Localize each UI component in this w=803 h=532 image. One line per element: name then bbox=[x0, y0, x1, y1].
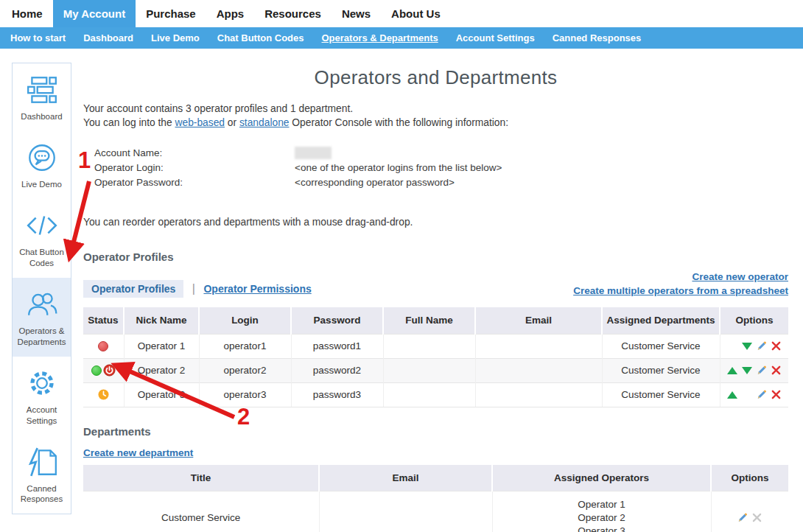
intro-line2-suffix: Operator Console with the following info… bbox=[289, 117, 508, 128]
operator-1-departments: Customer Service bbox=[602, 334, 720, 358]
canned-responses-icon bbox=[25, 445, 59, 479]
create-multiple-operators-link[interactable]: Create multiple operators from a spreads… bbox=[573, 284, 788, 298]
reorder-note: You can reorder operators and department… bbox=[83, 217, 788, 228]
sidebar-item-canned-responses[interactable]: Canned Responses bbox=[13, 435, 71, 514]
tab-operator-profiles[interactable]: Operator Profiles bbox=[83, 280, 183, 298]
top-nav: Home My Account Purchase Apps Resources … bbox=[0, 0, 803, 27]
department-assigned-operators: Operator 1 Operator 2 Operator 3 bbox=[492, 491, 711, 532]
edit-icon[interactable] bbox=[757, 390, 767, 400]
move-down-icon[interactable] bbox=[742, 365, 752, 376]
operators-table-header: Status Nick Name Login Password Full Nam… bbox=[83, 307, 788, 334]
nav-item-home[interactable]: Home bbox=[1, 0, 53, 27]
nav-item-my-account[interactable]: My Account bbox=[53, 0, 136, 27]
col-status: Status bbox=[83, 307, 124, 334]
move-up-icon[interactable] bbox=[727, 390, 737, 400]
operators-table: Status Nick Name Login Password Full Nam… bbox=[83, 307, 788, 407]
sidebar-label-dashboard: Dashboard bbox=[15, 111, 69, 122]
subnav-item-account-settings[interactable]: Account Settings bbox=[447, 27, 544, 49]
tab-separator: | bbox=[192, 282, 195, 295]
credential-row-operator-password: Operator Password: <corresponding operat… bbox=[94, 175, 788, 189]
col-dept-email: Email bbox=[319, 465, 492, 491]
edit-icon[interactable] bbox=[757, 341, 767, 351]
sidebar: Dashboard Live Demo Chat Button Codes bbox=[12, 63, 71, 514]
account-name-redacted-value bbox=[295, 147, 332, 159]
move-down-icon[interactable] bbox=[742, 341, 752, 351]
sub-nav: How to start Dashboard Live Demo Chat Bu… bbox=[0, 27, 803, 49]
operator-profiles-heading: Operator Profiles bbox=[83, 251, 788, 263]
web-based-link[interactable]: web-based bbox=[175, 117, 225, 128]
col-assigned-operators: Assigned Operators bbox=[492, 465, 711, 491]
operator-3-email bbox=[475, 382, 602, 407]
operator-1-login: operator1 bbox=[199, 334, 291, 358]
sidebar-item-account-settings[interactable]: Account Settings bbox=[13, 357, 71, 435]
operator-row-3: Operator 3 operator3 password3 Customer … bbox=[83, 382, 788, 407]
credential-row-account-name: Account Name: bbox=[94, 145, 788, 160]
operator-2-full-name bbox=[383, 358, 475, 382]
create-new-department-link[interactable]: Create new department bbox=[83, 447, 193, 458]
departments-table-header: Title Email Assigned Operators Options bbox=[83, 465, 788, 491]
sidebar-label-canned-responses: Canned Responses bbox=[15, 483, 69, 505]
nav-item-about-us[interactable]: About Us bbox=[381, 0, 451, 27]
subnav-item-canned-responses[interactable]: Canned Responses bbox=[544, 27, 651, 49]
standalone-link[interactable]: standalone bbox=[239, 117, 290, 128]
nav-item-resources[interactable]: Resources bbox=[254, 0, 332, 27]
edit-icon[interactable] bbox=[737, 513, 748, 523]
department-title: Customer Service bbox=[83, 491, 319, 532]
delete-disabled-icon bbox=[752, 513, 762, 523]
col-full-name: Full Name bbox=[383, 307, 475, 334]
assigned-operator: Operator 1 bbox=[493, 498, 711, 511]
intro-line2-prefix: You can log into the bbox=[83, 117, 175, 128]
logout-power-icon[interactable] bbox=[103, 364, 116, 377]
operator-2-email bbox=[475, 358, 602, 382]
intro-line-2: You can log into the web-based or standa… bbox=[83, 116, 788, 130]
subnav-item-live-demo[interactable]: Live Demo bbox=[142, 27, 208, 49]
sidebar-item-chat-button-codes[interactable]: Chat Button Codes bbox=[13, 199, 71, 278]
nav-item-news[interactable]: News bbox=[332, 0, 381, 27]
col-login: Login bbox=[199, 307, 291, 334]
operator-1-full-name bbox=[383, 334, 475, 358]
operator-2-nick: Operator 2 bbox=[124, 358, 199, 382]
move-up-icon[interactable] bbox=[727, 365, 737, 376]
operator-2-login: operator2 bbox=[199, 358, 291, 382]
status-online-icon bbox=[91, 365, 102, 376]
subnav-item-dashboard[interactable]: Dashboard bbox=[74, 27, 142, 49]
empty-slot bbox=[742, 390, 752, 400]
sidebar-item-live-demo[interactable]: Live Demo bbox=[13, 131, 71, 199]
sidebar-label-account-settings: Account Settings bbox=[15, 405, 69, 427]
operator-row-2: Operator 2 operator2 password2 Customer … bbox=[83, 358, 788, 382]
assigned-operator: Operator 3 bbox=[493, 525, 711, 532]
delete-icon[interactable] bbox=[771, 341, 782, 351]
delete-icon[interactable] bbox=[771, 390, 782, 400]
tab-operator-permissions[interactable]: Operator Permissions bbox=[203, 283, 311, 295]
operator-1-email bbox=[475, 334, 602, 358]
page: Home My Account Purchase Apps Resources … bbox=[0, 0, 803, 532]
sidebar-item-dashboard[interactable]: Dashboard bbox=[13, 63, 71, 131]
departments-table: Title Email Assigned Operators Options C… bbox=[83, 465, 788, 532]
subnav-item-operators-departments[interactable]: Operators & Departments bbox=[313, 27, 447, 49]
assigned-operator: Operator 2 bbox=[493, 511, 711, 525]
create-links: Create new operator Create multiple oper… bbox=[573, 270, 788, 298]
nav-item-apps[interactable]: Apps bbox=[206, 0, 255, 27]
status-away-icon bbox=[98, 389, 109, 400]
col-nick-name: Nick Name bbox=[124, 307, 199, 334]
edit-icon[interactable] bbox=[757, 365, 767, 376]
credentials-block: Account Name: Operator Login: <one of th… bbox=[94, 145, 788, 189]
operator-3-password: password3 bbox=[291, 382, 383, 407]
sidebar-item-operators-departments[interactable]: Operators & Departments bbox=[13, 278, 71, 357]
col-dept-options: Options bbox=[711, 465, 788, 491]
subnav-item-how-to-start[interactable]: How to start bbox=[1, 27, 74, 49]
operator-2-password: password2 bbox=[291, 358, 383, 382]
col-assigned-departments: Assigned Departments bbox=[602, 307, 720, 334]
credential-row-operator-login: Operator Login: <one of the operator log… bbox=[94, 160, 788, 175]
code-icon bbox=[25, 209, 59, 242]
delete-icon[interactable] bbox=[771, 365, 782, 376]
operator-3-login: operator3 bbox=[199, 382, 291, 407]
operator-login-label: Operator Login: bbox=[94, 162, 295, 173]
operator-2-departments: Customer Service bbox=[602, 358, 720, 382]
operators-icon bbox=[25, 287, 59, 321]
sidebar-label-live-demo: Live Demo bbox=[15, 179, 69, 190]
operator-tabs-row: Operator Profiles | Operator Permissions… bbox=[83, 282, 788, 301]
nav-item-purchase[interactable]: Purchase bbox=[136, 0, 206, 27]
subnav-item-chat-button-codes[interactable]: Chat Button Codes bbox=[208, 27, 313, 49]
create-new-operator-link[interactable]: Create new operator bbox=[573, 270, 788, 284]
